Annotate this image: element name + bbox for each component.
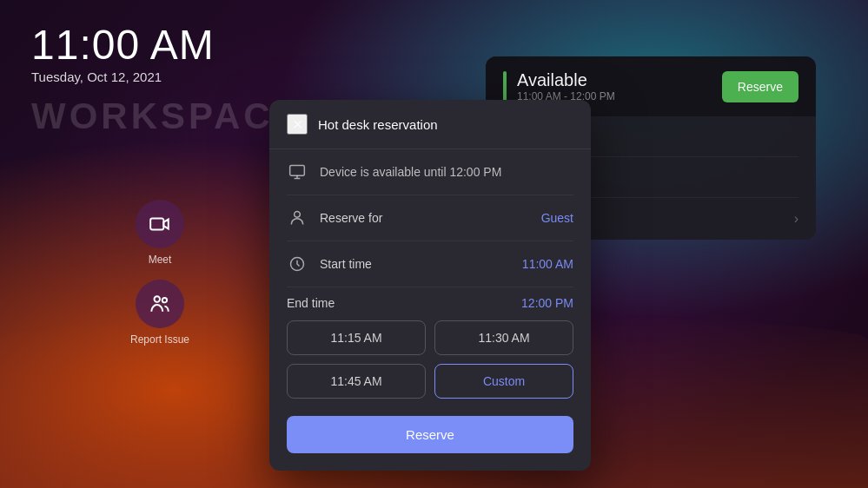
- available-indicator: [503, 71, 507, 102]
- modal-close-button[interactable]: ✕: [287, 114, 308, 135]
- left-icons-container: Meet Report Issue: [130, 200, 189, 346]
- svg-rect-3: [290, 166, 305, 176]
- meet-label: Meet: [149, 254, 172, 266]
- time-option-1115[interactable]: 11:15 AM: [287, 320, 426, 355]
- reserve-button-modal[interactable]: Reserve: [287, 416, 573, 453]
- report-icon-circle: [136, 280, 184, 328]
- modal-header: ✕ Hot desk reservation: [269, 100, 591, 149]
- start-time-value: 11:00 AM: [522, 257, 573, 271]
- modal-title: Hot desk reservation: [318, 117, 438, 132]
- reserve-for-label: Reserve for: [320, 211, 529, 225]
- reserve-for-value: Guest: [541, 211, 573, 225]
- end-time-label: End time: [287, 296, 335, 310]
- report-label: Report Issue: [130, 333, 189, 346]
- time-options-grid: 11:15 AM 11:30 AM 11:45 AM Custom: [287, 320, 573, 399]
- device-info-row: Device is available until 12:00 PM: [287, 149, 573, 195]
- meet-button[interactable]: Meet: [130, 200, 189, 266]
- clock-icon: [287, 254, 308, 274]
- right-row-3-chevron: ›: [794, 211, 798, 227]
- person-icon: [287, 208, 308, 228]
- end-time-section: End time 12:00 PM 11:15 AM 11:30 AM 11:4…: [287, 287, 573, 453]
- start-time-row: Start time 11:00 AM: [287, 241, 573, 287]
- available-info: Available 11:00 AM - 12:00 PM: [517, 70, 615, 102]
- monitor-icon: [287, 162, 308, 182]
- reserve-button-right[interactable]: Reserve: [722, 71, 798, 102]
- end-time-label-row: End time 12:00 PM: [287, 296, 573, 310]
- svg-point-4: [295, 212, 301, 218]
- people-icon: [149, 293, 171, 315]
- start-time-label: Start time: [320, 257, 510, 271]
- available-label: Available: [517, 70, 615, 90]
- svg-point-2: [162, 298, 167, 302]
- reserve-for-row: Reserve for Guest: [287, 195, 573, 241]
- device-info-text: Device is available until 12:00 PM: [320, 165, 573, 179]
- time-option-1145[interactable]: 11:45 AM: [287, 364, 426, 399]
- time-option-1130[interactable]: 11:30 AM: [434, 320, 573, 355]
- report-issue-button[interactable]: Report Issue: [130, 280, 189, 346]
- end-time-value: 12:00 PM: [521, 296, 573, 310]
- hot-desk-modal: ✕ Hot desk reservation Device is availab…: [269, 100, 591, 471]
- svg-rect-0: [150, 219, 163, 230]
- meet-icon-circle: [136, 200, 184, 248]
- clock-date: Tuesday, Oct 12, 2021: [31, 69, 215, 84]
- time-option-custom[interactable]: Custom: [434, 364, 573, 399]
- clock-time: 11:00 AM: [31, 24, 215, 66]
- clock-area: 11:00 AM Tuesday, Oct 12, 2021: [31, 24, 215, 84]
- video-icon: [149, 213, 171, 235]
- modal-body: Device is available until 12:00 PM Reser…: [269, 149, 591, 471]
- svg-point-1: [155, 296, 161, 302]
